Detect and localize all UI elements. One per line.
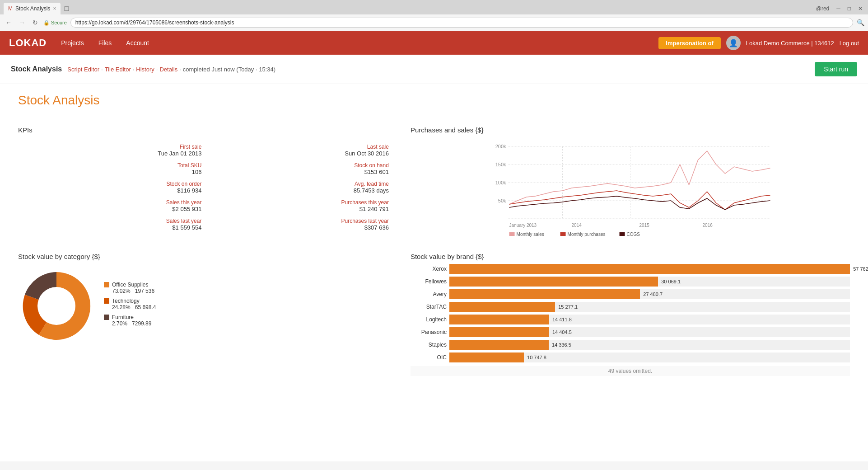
bar-fill: 27 480.7	[449, 289, 640, 299]
donut-chart-svg	[18, 268, 95, 344]
bar-bg: 27 480.7	[449, 289, 850, 299]
start-run-button[interactable]: Start run	[815, 62, 857, 76]
bar-fill: 14 336.5	[449, 340, 549, 350]
header-right: Impersonation of 👤 Lokad Demo Commerce |…	[658, 36, 859, 50]
bar-value: 57 762.9	[853, 266, 868, 272]
svg-text:2014: 2014	[571, 223, 582, 228]
main-content: Stock Analysis KPIs First sale Tue Jan 0…	[0, 84, 868, 385]
bar-value: 14 411.8	[552, 317, 572, 322]
bar-fill: 57 762.9	[449, 264, 850, 274]
bar-bg: 14 411.8	[449, 315, 850, 324]
kpi-purchases-last-year: Purchases last year $307 636	[205, 215, 392, 234]
bar-value: 15 277.1	[558, 304, 578, 310]
legend-color-tech	[104, 298, 109, 304]
kpi-grid: First sale Tue Jan 01 2013 Last sale Sun…	[18, 141, 392, 234]
legend-label-office: Office Supplies	[112, 282, 154, 288]
legend-color-furniture	[104, 315, 109, 320]
svg-rect-20	[619, 232, 625, 236]
bar-row: Fellowes 30 069.1	[411, 277, 850, 287]
bar-value: 10 747.8	[527, 355, 546, 360]
tab-favicon: M	[8, 5, 13, 12]
reload-button[interactable]: ↻	[31, 18, 40, 27]
tile-editor-link[interactable]: Tile Editor	[105, 66, 131, 73]
legend-color-office	[104, 282, 109, 287]
main-nav: Projects Files Account	[57, 38, 153, 48]
search-icon[interactable]: 🔍	[857, 19, 864, 26]
bar-bg: 14 404.5	[449, 327, 850, 337]
svg-text:Monthly purchases: Monthly purchases	[567, 232, 605, 237]
svg-text:2015: 2015	[639, 223, 649, 228]
avatar: 👤	[726, 36, 741, 50]
details-link[interactable]: Details	[159, 66, 177, 73]
page-title: Stock Analysis	[11, 65, 62, 73]
close-button[interactable]: ✕	[856, 5, 864, 13]
svg-text:COGS: COGS	[626, 232, 640, 237]
bar-row: Logitech 14 411.8	[411, 315, 850, 324]
nav-files[interactable]: Files	[95, 38, 116, 48]
bar-bg: 15 277.1	[449, 302, 850, 312]
brand-chart-title: Stock value by brand {$}	[411, 253, 850, 260]
svg-text:100k: 100k	[495, 180, 506, 185]
secure-badge: 🔒 Secure	[43, 20, 67, 26]
kpi-stock-on-order: Stock on order $116 934	[18, 178, 205, 197]
svg-text:50k: 50k	[498, 198, 506, 203]
svg-text:200k: 200k	[495, 144, 506, 149]
kpi-sales-this-year: Sales this year $2 055 931	[18, 197, 205, 215]
window-controls: @red ─ □ ✕	[814, 5, 864, 13]
category-legend: Office Supplies 73.02% 197 536	[104, 282, 156, 330]
tab-title: Stock Analysis	[15, 5, 50, 12]
legend-pct-tech: 24.28% 65 698.4	[112, 304, 156, 310]
impersonation-badge: Impersonation of	[658, 37, 720, 49]
logo: LOKAD	[9, 37, 47, 49]
bar-row: OIC 10 747.8	[411, 352, 850, 362]
bar-label: Logitech	[411, 316, 447, 323]
nav-projects[interactable]: Projects	[57, 38, 88, 48]
brand-bars: Xerox 57 762.9 Fellowes 30 069.1 Avery 2…	[411, 264, 850, 362]
bar-fill: 15 277.1	[449, 302, 555, 312]
breadcrumb: Stock Analysis Script Editor · Tile Edit…	[0, 55, 868, 84]
svg-point-22	[37, 287, 75, 325]
legend-pct-furniture: 2.70% 7299.89	[112, 320, 151, 327]
bar-label: Panasonic	[411, 329, 447, 335]
kpi-section: KPIs First sale Tue Jan 01 2013 Last sal…	[18, 126, 392, 238]
category-chart-title: Stock value by category {$}	[18, 253, 392, 260]
script-editor-link[interactable]: Script Editor	[67, 66, 99, 73]
bar-fill: 10 747.8	[449, 352, 524, 362]
minimize-button[interactable]: ─	[835, 5, 842, 13]
url-input[interactable]	[70, 18, 853, 28]
bar-label: Avery	[411, 291, 447, 297]
tab-close-button[interactable]: ×	[53, 5, 56, 12]
purchases-chart-title: Purchases and sales {$}	[411, 126, 850, 134]
svg-text:150k: 150k	[495, 162, 506, 167]
lock-icon: 🔒	[43, 20, 50, 26]
bar-row: Staples 14 336.5	[411, 340, 850, 350]
svg-text:2016: 2016	[702, 223, 713, 228]
svg-text:Monthly sales: Monthly sales	[516, 232, 544, 237]
logout-button[interactable]: Log out	[840, 40, 859, 47]
dashboard-title: Stock Analysis	[18, 93, 850, 108]
bar-row: StarTAC 15 277.1	[411, 302, 850, 312]
bar-fill: 14 404.5	[449, 327, 549, 337]
back-button[interactable]: ←	[4, 18, 14, 27]
bar-bg: 10 747.8	[449, 352, 850, 362]
legend-furniture: Furniture 2.70% 7299.89	[104, 314, 156, 327]
top-row: KPIs First sale Tue Jan 01 2013 Last sal…	[18, 126, 850, 238]
run-status: completed Just now (Today · 15:34)	[183, 66, 275, 73]
svg-text:January 2013: January 2013	[509, 223, 537, 228]
bar-label: OIC	[411, 354, 447, 361]
active-tab[interactable]: M Stock Analysis ×	[4, 3, 61, 14]
bar-label: Staples	[411, 342, 447, 348]
forward-button[interactable]: →	[17, 18, 27, 27]
new-tab-button[interactable]: □	[61, 3, 72, 14]
legend-technology: Technology 24.28% 65 698.4	[104, 298, 156, 310]
nav-account[interactable]: Account	[122, 38, 153, 48]
bottom-row: Stock value by category {$}	[18, 253, 850, 376]
bar-row: Xerox 57 762.9	[411, 264, 850, 274]
history-link[interactable]: History	[136, 66, 154, 73]
bar-row: Panasonic 14 404.5	[411, 327, 850, 337]
maximize-button[interactable]: □	[846, 5, 853, 13]
app-header: LOKAD Projects Files Account Impersonati…	[0, 31, 868, 55]
browser-chrome: M Stock Analysis × □ @red ─ □ ✕ ← → ↻ 🔒 …	[0, 0, 868, 31]
title-divider	[18, 115, 850, 115]
bar-fill: 30 069.1	[449, 277, 658, 287]
